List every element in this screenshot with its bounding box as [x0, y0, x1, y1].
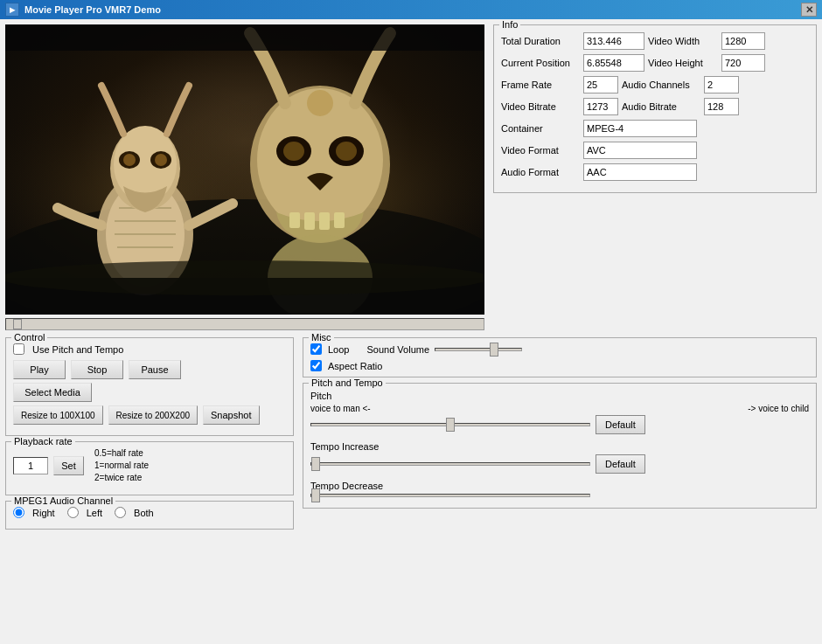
radio-right[interactable] — [13, 507, 24, 518]
snapshot-button[interactable]: Snapshot — [203, 405, 259, 425]
video-bitrate-label: Video Bitrate — [501, 101, 580, 112]
loop-checkbox[interactable] — [310, 343, 322, 355]
audio-channels-label: Audio Channels — [622, 80, 700, 90]
video-width-label: Video Width — [648, 36, 718, 46]
audio-bitrate-label: Audio Bitrate — [622, 101, 700, 112]
playback-rate-title: Playback rate — [11, 436, 75, 447]
svg-point-26 — [307, 90, 333, 116]
title-bar: ▶ Movie Player Pro VMR7 Demo ✕ — [0, 0, 822, 19]
audio-format-value[interactable] — [583, 163, 697, 181]
pitch-right-label: -> voice to child — [748, 404, 809, 413]
playback-rate-group: Playback rate Set 0.5=half rate 1=normal… — [5, 441, 294, 495]
current-position-label: Current Position — [501, 58, 580, 68]
svg-rect-25 — [334, 212, 345, 228]
misc-group-title: Misc — [309, 332, 334, 343]
mpeg1-audio-title: MPEG1 Audio Channel — [11, 495, 115, 506]
right-label: Right — [32, 508, 55, 518]
svg-rect-23 — [304, 212, 315, 230]
control-group: Control Use Pitch and Tempo Play Stop Pa… — [5, 337, 294, 436]
total-duration-label: Total Duration — [501, 36, 580, 46]
pitch-default-button[interactable]: Default — [596, 415, 645, 434]
tempo-decrease-slider[interactable] — [310, 494, 590, 497]
loop-label: Loop — [328, 344, 349, 355]
pitch-left-label: voice to man <- — [310, 404, 371, 413]
use-pitch-tempo-label: Use Pitch and Tempo — [32, 344, 123, 355]
rate-hint1: 0.5=half rate — [94, 447, 149, 460]
container-value[interactable] — [583, 120, 697, 137]
frame-rate-label: Frame Rate — [501, 80, 580, 90]
video-height-value[interactable] — [721, 54, 765, 72]
app-icon: ▶ — [5, 3, 19, 17]
total-duration-value[interactable] — [583, 32, 644, 50]
left-label: Left — [87, 508, 102, 518]
tempo-increase-label: Tempo Increase — [310, 441, 809, 452]
info-group-title: Info — [499, 19, 520, 30]
play-button[interactable]: Play — [13, 360, 66, 379]
sound-volume-slider[interactable] — [435, 348, 522, 351]
pitch-slider[interactable] — [310, 423, 590, 426]
info-panel: Info Total Duration Video Width Current … — [493, 24, 817, 315]
pause-button[interactable]: Pause — [129, 360, 181, 379]
container-label: Container — [501, 123, 580, 134]
aspect-ratio-checkbox[interactable] — [310, 360, 322, 371]
close-button[interactable]: ✕ — [801, 3, 817, 17]
svg-rect-30 — [5, 24, 484, 51]
audio-format-label: Audio Format — [501, 167, 580, 177]
stop-button[interactable]: Stop — [71, 360, 123, 379]
seek-thumb[interactable] — [13, 319, 22, 329]
set-rate-button[interactable]: Set — [53, 456, 84, 475]
seek-bar-container[interactable] — [5, 318, 817, 330]
pitch-label: Pitch — [310, 391, 809, 401]
playback-rate-input[interactable] — [13, 457, 48, 474]
svg-point-29 — [5, 260, 484, 295]
svg-rect-22 — [289, 212, 300, 228]
aspect-ratio-label: Aspect Ratio — [328, 361, 382, 371]
audio-bitrate-value[interactable] — [704, 98, 739, 115]
resize-200-button[interactable]: Resize to 200X200 — [108, 405, 199, 425]
radio-both[interactable] — [115, 507, 126, 518]
svg-point-14 — [123, 154, 136, 166]
video-format-value[interactable] — [583, 142, 697, 159]
video-player[interactable] — [5, 24, 484, 315]
video-bitrate-value[interactable] — [583, 98, 618, 115]
audio-channels-value[interactable] — [704, 76, 739, 93]
video-format-label: Video Format — [501, 145, 580, 156]
rate-hint3: 2=twice rate — [94, 472, 149, 484]
both-label: Both — [134, 508, 154, 518]
seek-bar[interactable] — [5, 318, 484, 330]
window-title: Movie Player Pro VMR7 Demo — [24, 4, 161, 15]
pitch-tempo-group: Pitch and Tempo Pitch voice to man <- ->… — [303, 383, 817, 509]
tempo-increase-default-button[interactable]: Default — [596, 454, 645, 474]
svg-rect-24 — [319, 212, 330, 230]
frame-rate-value[interactable] — [583, 76, 618, 93]
resize-100-button[interactable]: Resize to 100X100 — [13, 405, 103, 425]
current-position-value[interactable] — [583, 54, 644, 72]
misc-group: Misc Loop Sound Volume Aspect Ratio — [303, 337, 817, 377]
video-width-value[interactable] — [721, 32, 765, 50]
svg-point-21 — [336, 142, 357, 161]
select-media-button[interactable]: Select Media — [13, 383, 92, 402]
video-height-label: Video Height — [648, 58, 718, 68]
pitch-tempo-title: Pitch and Tempo — [309, 377, 386, 388]
svg-point-20 — [283, 142, 304, 161]
info-group: Info Total Duration Video Width Current … — [493, 24, 817, 193]
mpeg1-audio-group: MPEG1 Audio Channel Right Left Both — [5, 501, 294, 530]
rate-hint2: 1=normal rate — [94, 460, 149, 472]
radio-left[interactable] — [67, 507, 79, 518]
control-group-title: Control — [11, 332, 47, 343]
tempo-increase-slider[interactable] — [310, 462, 590, 466]
use-pitch-tempo-checkbox[interactable] — [13, 343, 24, 355]
svg-point-15 — [155, 154, 167, 166]
sound-volume-label: Sound Volume — [366, 344, 429, 355]
